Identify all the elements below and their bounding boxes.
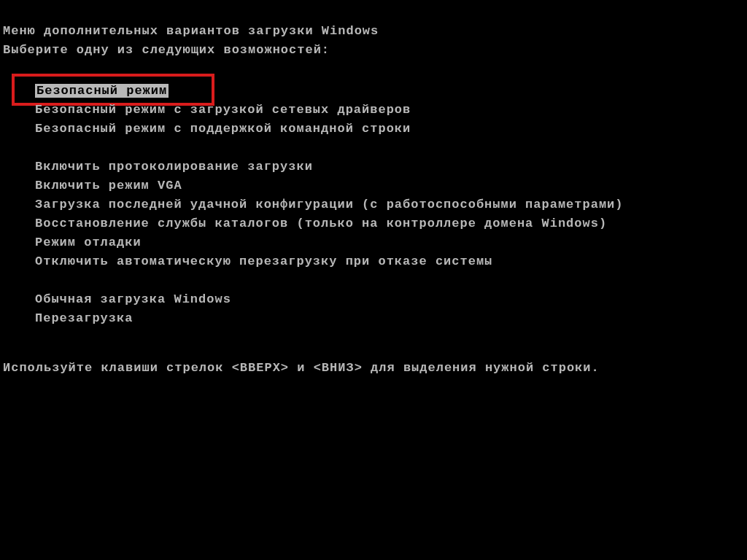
boot-option-label: Безопасный режим с загрузкой сетевых дра… (35, 103, 411, 117)
boot-option[interactable]: Обычная загрузка Windows (35, 290, 747, 309)
boot-option[interactable]: Безопасный режим с загрузкой сетевых дра… (35, 101, 747, 120)
boot-option[interactable]: Перезагрузка (35, 309, 747, 328)
menu-group: Включить протоколирование загрузкиВключи… (35, 158, 747, 271)
boot-option[interactable]: Режим отладки (35, 233, 747, 252)
menu-subtitle: Выберите одну из следующих возможностей: (0, 41, 747, 60)
footer-instructions: Используйте клавиши стрелок <ВВЕРХ> и <В… (0, 359, 747, 378)
boot-option-label: Включить протоколирование загрузки (35, 160, 313, 174)
menu-title: Меню дополнительных вариантов загрузки W… (0, 22, 747, 41)
menu-group: Безопасный режимБезопасный режим с загру… (35, 82, 747, 139)
boot-option[interactable]: Безопасный режим (35, 82, 747, 101)
boot-option[interactable]: Восстановление службы каталогов (только … (35, 214, 747, 233)
boot-option-label: Безопасный режим (35, 84, 169, 98)
boot-option[interactable]: Отключить автоматическую перезагрузку пр… (35, 252, 747, 271)
boot-option-label: Режим отладки (35, 236, 142, 249)
boot-option-label: Безопасный режим с поддержкой командной … (35, 122, 411, 136)
boot-option-label: Обычная загрузка Windows (35, 292, 231, 306)
menu-group: Обычная загрузка WindowsПерезагрузка (35, 290, 747, 328)
boot-option-label: Восстановление службы каталогов (только … (35, 217, 607, 230)
boot-option-label: Отключить автоматическую перезагрузку пр… (35, 254, 492, 268)
boot-option[interactable]: Включить режим VGA (35, 176, 747, 195)
boot-menu: Безопасный режимБезопасный режим с загру… (0, 82, 747, 328)
boot-option-label: Включить режим VGA (35, 179, 182, 192)
boot-option-label: Перезагрузка (35, 311, 133, 325)
boot-option-label: Загрузка последней удачной конфигурации … (35, 198, 624, 211)
boot-option[interactable]: Безопасный режим с поддержкой командной … (35, 120, 747, 139)
boot-option[interactable]: Включить протоколирование загрузки (35, 158, 747, 176)
boot-option[interactable]: Загрузка последней удачной конфигурации … (35, 195, 747, 214)
